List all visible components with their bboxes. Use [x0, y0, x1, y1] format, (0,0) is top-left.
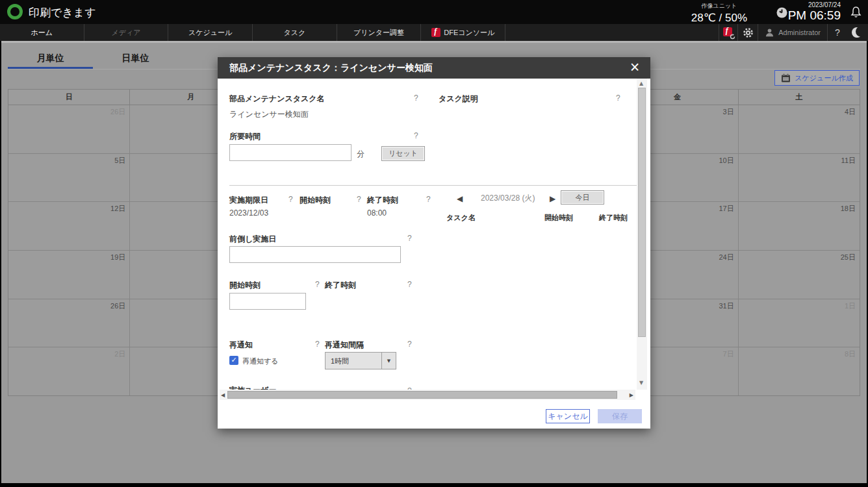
calendar-cell[interactable]: 1日 [739, 299, 860, 347]
renotify-interval-value: 1時間 [331, 356, 349, 366]
user-menu[interactable]: Administrator [758, 24, 827, 41]
dialog-header: 部品メンテナンスタスク：ラインセンサー検知面 × [218, 57, 650, 79]
end-time2-label: 終了時刻 [325, 280, 356, 291]
scroll-left-icon[interactable]: ◀ [221, 392, 225, 398]
nav-tab-1[interactable]: ホーム [0, 24, 84, 41]
content-top-highlight [1, 41, 867, 43]
column-task-name: タスク名 [446, 213, 476, 223]
dialog-title: 部品メンテナンスタスク：ラインセンサー検知面 [229, 62, 433, 74]
help-question-mark: ? [835, 27, 840, 38]
nav-tab-2[interactable]: メディア [84, 24, 169, 41]
renotify-checkbox[interactable]: ✓ [229, 356, 238, 365]
calendar-date: 31日 [719, 301, 734, 311]
calendar-cell[interactable]: 2日 [8, 347, 129, 395]
renotify-interval-select[interactable]: 1時間 ▼ [325, 352, 396, 369]
calendar-cell[interactable]: 8日 [739, 347, 860, 395]
temp-humidity-value: 28℃ / 50% [691, 11, 747, 25]
imaging-unit-label: 作像ユニット [691, 2, 747, 10]
calendar-cell[interactable]: 26日 [8, 299, 129, 347]
renotify-interval-help[interactable]: ? [407, 340, 412, 349]
nav-tab-label: スケジュール [188, 28, 232, 38]
deadline-value: 2023/12/03 [229, 208, 268, 218]
scroll-right-icon[interactable]: ▶ [630, 392, 633, 398]
start-time-label: 開始時刻 [300, 195, 331, 206]
nav-tab-6[interactable]: DFEコンソール [421, 24, 505, 41]
calendar-date: 12日 [110, 204, 125, 214]
calendar-cell[interactable]: 19日 [8, 251, 129, 299]
notification-bell-icon[interactable] [850, 5, 862, 19]
dropdown-arrow-box: ▼ [381, 353, 396, 369]
imaging-unit-status: 作像ユニット 28℃ / 50% [691, 2, 747, 25]
calendar-date: 7日 [723, 349, 734, 359]
calendar-cell[interactable]: 5日 [8, 154, 129, 202]
nav-tab-4[interactable]: タスク [253, 24, 337, 41]
tab-month-view[interactable]: 月単位 [8, 53, 93, 64]
horizontal-scroll-thumb[interactable] [227, 391, 617, 399]
task-name-help[interactable]: ? [414, 94, 418, 103]
deadline-help[interactable]: ? [288, 195, 293, 204]
calendar-date: 10日 [719, 156, 734, 166]
nav-tab-label: タスク [284, 28, 306, 38]
end-time2-help[interactable]: ? [407, 280, 412, 289]
status-time: PM 06:59 [788, 8, 841, 23]
fiery-icon [431, 28, 440, 37]
prev-day-arrow[interactable]: ◀ [457, 194, 463, 203]
calendar-cell[interactable]: 4日 [739, 105, 860, 153]
start-time2-help[interactable]: ? [315, 280, 320, 289]
horizontal-scrollbar[interactable]: ◀ ▶ [220, 390, 635, 400]
weekday-header: 土 [739, 90, 860, 105]
renotify-interval-label: 再通知間隔 [325, 340, 364, 351]
calendar-cell[interactable]: 12日 [8, 202, 129, 250]
scroll-up-icon[interactable]: ▲ [639, 81, 643, 86]
early-date-label: 前倒し実施日 [229, 234, 276, 245]
column-start-time: 開始時刻 [544, 213, 573, 223]
calendar-cell[interactable]: 11日 [739, 154, 860, 202]
calendar-icon [781, 73, 791, 82]
tab-day-view[interactable]: 日単位 [93, 53, 178, 64]
calendar-cell[interactable]: 18日 [739, 202, 860, 250]
save-button[interactable]: 保存 [598, 409, 642, 423]
calendar-date: 26日 [110, 301, 125, 311]
status-date: 2023/07/24 [788, 1, 841, 8]
cancel-button[interactable]: キャンセル [546, 409, 590, 423]
duration-help[interactable]: ? [414, 131, 418, 140]
early-date-input[interactable] [229, 246, 401, 263]
early-date-help[interactable]: ? [407, 234, 412, 243]
vertical-scrollbar[interactable]: ▲ ▼ [637, 79, 647, 390]
help-button[interactable]: ? [828, 24, 847, 41]
sleep-mode-button[interactable] [847, 24, 868, 41]
user-icon [765, 28, 774, 38]
calendar-cell[interactable]: 26日 [8, 105, 129, 153]
duration-label: 所要時間 [229, 131, 261, 142]
scroll-down-icon[interactable]: ▼ [639, 380, 643, 386]
settings-button[interactable] [738, 24, 758, 41]
duration-input[interactable] [229, 144, 351, 161]
vertical-scroll-thumb[interactable] [638, 88, 646, 337]
nav-bar: ホームメディアスケジュールタスクプリンター調整DFEコンソール [0, 24, 868, 41]
calendar-date: 18日 [841, 204, 856, 214]
nav-tabs: ホームメディアスケジュールタスクプリンター調整DFEコンソール [0, 24, 505, 41]
fiery-command-button[interactable] [719, 24, 737, 41]
date-nav-current: 2023/03/28 (火) [481, 193, 535, 204]
calendar-cell[interactable]: 25日 [739, 251, 860, 299]
reset-button[interactable]: リセット [381, 146, 425, 161]
task-name-value: ラインセンサー検知面 [229, 109, 309, 120]
calendar-date: 2日 [114, 349, 125, 359]
calendar-date: 19日 [110, 253, 125, 262]
renotify-help[interactable]: ? [315, 340, 320, 349]
nav-tab-5[interactable]: プリンター調整 [337, 24, 422, 41]
today-button[interactable]: 今日 [561, 190, 604, 205]
nav-tab-3[interactable]: スケジュール [168, 24, 253, 41]
task-desc-help[interactable]: ? [616, 94, 620, 103]
close-icon[interactable]: × [624, 56, 645, 78]
active-tab-underline [8, 67, 93, 69]
start-time-help[interactable]: ? [357, 195, 361, 204]
next-day-arrow[interactable]: ▶ [550, 194, 555, 203]
calendar-date: 11日 [841, 156, 856, 166]
start-time2-input[interactable] [229, 293, 306, 310]
printer-status-icon [7, 4, 23, 19]
end-time-help[interactable]: ? [426, 195, 431, 204]
create-schedule-button[interactable]: スケジュール作成 [774, 70, 860, 86]
calendar-date: 26日 [110, 107, 125, 117]
calendar-date: 8日 [845, 349, 856, 359]
